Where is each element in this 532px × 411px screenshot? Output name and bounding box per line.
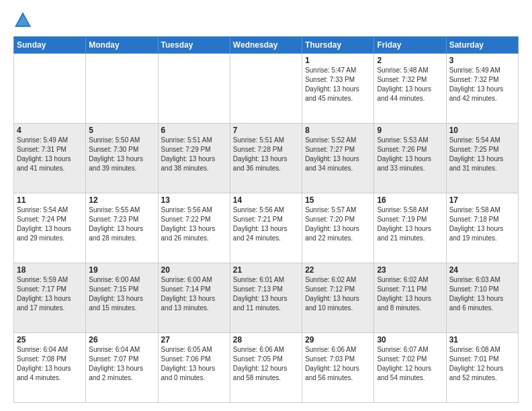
day-info: Sunrise: 6:01 AM Sunset: 7:13 PM Dayligh… xyxy=(233,275,299,313)
calendar-cell: 7Sunrise: 5:51 AM Sunset: 7:28 PM Daylig… xyxy=(230,124,302,193)
day-header-thursday: Thursday xyxy=(302,37,374,54)
day-number: 15 xyxy=(305,195,371,205)
calendar-cell: 5Sunrise: 5:50 AM Sunset: 7:30 PM Daylig… xyxy=(86,124,158,193)
day-info: Sunrise: 6:02 AM Sunset: 7:12 PM Dayligh… xyxy=(305,275,371,313)
calendar-week-row: 11Sunrise: 5:54 AM Sunset: 7:24 PM Dayli… xyxy=(14,193,519,263)
day-number: 24 xyxy=(449,265,515,275)
day-info: Sunrise: 6:02 AM Sunset: 7:11 PM Dayligh… xyxy=(377,275,443,313)
day-header-monday: Monday xyxy=(86,37,158,54)
day-number: 18 xyxy=(17,265,83,275)
logo-icon xyxy=(13,11,32,30)
day-info: Sunrise: 5:47 AM Sunset: 7:33 PM Dayligh… xyxy=(305,66,371,103)
day-info: Sunrise: 6:00 AM Sunset: 7:14 PM Dayligh… xyxy=(161,275,227,313)
day-number: 2 xyxy=(377,56,443,65)
calendar-cell: 3Sunrise: 5:49 AM Sunset: 7:32 PM Daylig… xyxy=(446,54,518,124)
calendar-cell: 2Sunrise: 5:48 AM Sunset: 7:32 PM Daylig… xyxy=(374,54,446,124)
calendar-cell: 20Sunrise: 6:00 AM Sunset: 7:14 PM Dayli… xyxy=(158,263,230,333)
calendar-cell: 15Sunrise: 5:57 AM Sunset: 7:20 PM Dayli… xyxy=(302,193,374,263)
calendar-table: SundayMondayTuesdayWednesdayThursdayFrid… xyxy=(13,36,519,403)
day-number: 9 xyxy=(377,126,443,135)
calendar-cell: 18Sunrise: 5:59 AM Sunset: 7:17 PM Dayli… xyxy=(14,263,86,333)
day-number: 16 xyxy=(377,195,443,205)
day-info: Sunrise: 5:50 AM Sunset: 7:30 PM Dayligh… xyxy=(89,136,154,173)
calendar-cell: 16Sunrise: 5:58 AM Sunset: 7:19 PM Dayli… xyxy=(374,193,446,263)
day-info: Sunrise: 5:53 AM Sunset: 7:26 PM Dayligh… xyxy=(377,136,443,173)
day-info: Sunrise: 5:57 AM Sunset: 7:20 PM Dayligh… xyxy=(305,205,371,243)
calendar-cell: 4Sunrise: 5:49 AM Sunset: 7:31 PM Daylig… xyxy=(14,124,86,193)
day-info: Sunrise: 5:51 AM Sunset: 7:28 PM Dayligh… xyxy=(233,136,299,173)
day-info: Sunrise: 6:06 AM Sunset: 7:03 PM Dayligh… xyxy=(305,345,371,383)
day-number: 12 xyxy=(89,195,154,205)
day-info: Sunrise: 6:04 AM Sunset: 7:07 PM Dayligh… xyxy=(89,345,154,383)
calendar-cell: 10Sunrise: 5:54 AM Sunset: 7:25 PM Dayli… xyxy=(446,124,518,193)
page: SundayMondayTuesdayWednesdayThursdayFrid… xyxy=(0,0,532,411)
day-number: 4 xyxy=(17,126,83,135)
day-header-saturday: Saturday xyxy=(446,37,518,54)
calendar-cell: 6Sunrise: 5:51 AM Sunset: 7:29 PM Daylig… xyxy=(158,124,230,193)
calendar-cell xyxy=(230,54,302,124)
calendar-cell xyxy=(14,54,86,124)
calendar-cell xyxy=(86,54,158,124)
day-info: Sunrise: 5:54 AM Sunset: 7:25 PM Dayligh… xyxy=(449,136,515,173)
day-info: Sunrise: 5:58 AM Sunset: 7:18 PM Dayligh… xyxy=(449,205,515,243)
calendar-cell: 24Sunrise: 6:03 AM Sunset: 7:10 PM Dayli… xyxy=(446,263,518,333)
day-number: 7 xyxy=(233,126,299,135)
day-info: Sunrise: 5:59 AM Sunset: 7:17 PM Dayligh… xyxy=(17,275,83,313)
day-number: 11 xyxy=(17,195,83,205)
day-number: 6 xyxy=(161,126,227,135)
day-info: Sunrise: 5:48 AM Sunset: 7:32 PM Dayligh… xyxy=(377,66,443,103)
day-info: Sunrise: 6:03 AM Sunset: 7:10 PM Dayligh… xyxy=(449,275,515,313)
calendar-cell: 17Sunrise: 5:58 AM Sunset: 7:18 PM Dayli… xyxy=(446,193,518,263)
calendar-week-row: 4Sunrise: 5:49 AM Sunset: 7:31 PM Daylig… xyxy=(14,124,519,193)
day-header-wednesday: Wednesday xyxy=(230,37,302,54)
day-info: Sunrise: 5:56 AM Sunset: 7:22 PM Dayligh… xyxy=(161,205,227,243)
day-number: 8 xyxy=(305,126,371,135)
calendar-cell: 27Sunrise: 6:05 AM Sunset: 7:06 PM Dayli… xyxy=(158,333,230,403)
day-info: Sunrise: 5:52 AM Sunset: 7:27 PM Dayligh… xyxy=(305,136,371,173)
day-info: Sunrise: 6:00 AM Sunset: 7:15 PM Dayligh… xyxy=(89,275,154,313)
day-number: 25 xyxy=(17,335,83,345)
day-number: 22 xyxy=(305,265,371,275)
calendar-cell xyxy=(158,54,230,124)
calendar-cell: 8Sunrise: 5:52 AM Sunset: 7:27 PM Daylig… xyxy=(302,124,374,193)
day-number: 31 xyxy=(449,335,515,345)
header xyxy=(13,11,519,30)
day-info: Sunrise: 5:49 AM Sunset: 7:32 PM Dayligh… xyxy=(449,66,515,103)
calendar-cell: 14Sunrise: 5:56 AM Sunset: 7:21 PM Dayli… xyxy=(230,193,302,263)
calendar-cell: 29Sunrise: 6:06 AM Sunset: 7:03 PM Dayli… xyxy=(302,333,374,403)
day-info: Sunrise: 6:05 AM Sunset: 7:06 PM Dayligh… xyxy=(161,345,227,383)
calendar-cell: 1Sunrise: 5:47 AM Sunset: 7:33 PM Daylig… xyxy=(302,54,374,124)
calendar-cell: 13Sunrise: 5:56 AM Sunset: 7:22 PM Dayli… xyxy=(158,193,230,263)
day-number: 27 xyxy=(161,335,227,345)
day-number: 30 xyxy=(377,335,443,345)
day-info: Sunrise: 6:06 AM Sunset: 7:05 PM Dayligh… xyxy=(233,345,299,383)
calendar-cell: 11Sunrise: 5:54 AM Sunset: 7:24 PM Dayli… xyxy=(14,193,86,263)
day-info: Sunrise: 6:07 AM Sunset: 7:02 PM Dayligh… xyxy=(377,345,443,383)
day-number: 5 xyxy=(89,126,154,135)
calendar-cell: 19Sunrise: 6:00 AM Sunset: 7:15 PM Dayli… xyxy=(86,263,158,333)
day-number: 29 xyxy=(305,335,371,345)
day-info: Sunrise: 5:55 AM Sunset: 7:23 PM Dayligh… xyxy=(89,205,154,243)
day-number: 3 xyxy=(449,56,515,65)
day-number: 20 xyxy=(161,265,227,275)
calendar-cell: 31Sunrise: 6:08 AM Sunset: 7:01 PM Dayli… xyxy=(446,333,518,403)
calendar-cell: 23Sunrise: 6:02 AM Sunset: 7:11 PM Dayli… xyxy=(374,263,446,333)
calendar-cell: 30Sunrise: 6:07 AM Sunset: 7:02 PM Dayli… xyxy=(374,333,446,403)
day-number: 14 xyxy=(233,195,299,205)
day-info: Sunrise: 5:49 AM Sunset: 7:31 PM Dayligh… xyxy=(17,136,83,173)
calendar-header-row: SundayMondayTuesdayWednesdayThursdayFrid… xyxy=(14,37,519,54)
day-info: Sunrise: 5:58 AM Sunset: 7:19 PM Dayligh… xyxy=(377,205,443,243)
day-header-friday: Friday xyxy=(374,37,446,54)
day-info: Sunrise: 5:56 AM Sunset: 7:21 PM Dayligh… xyxy=(233,205,299,243)
day-info: Sunrise: 6:04 AM Sunset: 7:08 PM Dayligh… xyxy=(17,345,83,383)
calendar-cell: 28Sunrise: 6:06 AM Sunset: 7:05 PM Dayli… xyxy=(230,333,302,403)
day-info: Sunrise: 5:54 AM Sunset: 7:24 PM Dayligh… xyxy=(17,205,83,243)
day-number: 10 xyxy=(449,126,515,135)
day-number: 21 xyxy=(233,265,299,275)
day-number: 26 xyxy=(89,335,154,345)
calendar-week-row: 18Sunrise: 5:59 AM Sunset: 7:17 PM Dayli… xyxy=(14,263,519,333)
day-info: Sunrise: 5:51 AM Sunset: 7:29 PM Dayligh… xyxy=(161,136,227,173)
logo xyxy=(13,11,35,30)
calendar-cell: 26Sunrise: 6:04 AM Sunset: 7:07 PM Dayli… xyxy=(86,333,158,403)
day-number: 19 xyxy=(89,265,154,275)
